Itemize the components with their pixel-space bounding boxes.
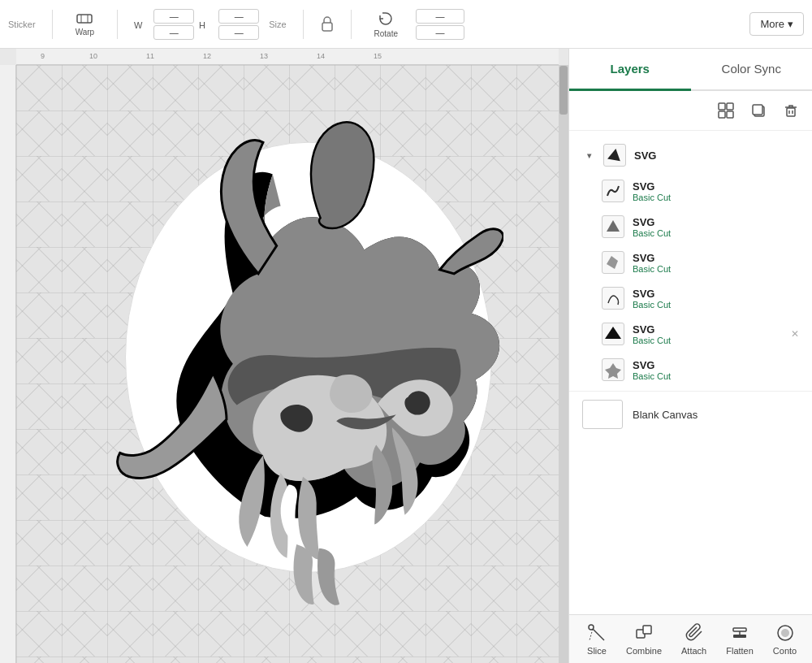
- layer-name-1: SVG: [633, 180, 671, 193]
- attach-button[interactable]: Attach: [672, 618, 716, 661]
- svg-line-18: [590, 629, 593, 640]
- bottom-toolbar: Slice Combine Attach: [569, 614, 812, 663]
- combine-button[interactable]: Combine: [616, 618, 672, 661]
- layer-thumb-2: [602, 215, 624, 238]
- layer-item-1[interactable]: SVG Basic Cut: [569, 173, 812, 209]
- layer-info-5: SVG Basic Cut: [633, 323, 671, 345]
- rotate-group: Rotate — —: [368, 6, 464, 41]
- layer-root[interactable]: ▾ SVG: [569, 137, 812, 173]
- duplicate-button[interactable]: [745, 98, 771, 124]
- sep-4: [351, 10, 352, 39]
- viking-image[interactable]: [106, 89, 503, 626]
- more-arrow: ▾: [788, 18, 793, 30]
- svg-rect-22: [733, 628, 746, 631]
- more-button[interactable]: More ▾: [749, 12, 804, 36]
- expand-icon[interactable]: ▾: [582, 149, 595, 162]
- size-label: Size: [269, 20, 286, 29]
- group-button[interactable]: [713, 98, 739, 124]
- layer-thumb-3: [602, 251, 624, 274]
- scrollbar-thumb[interactable]: [559, 66, 568, 115]
- layer-name-4: SVG: [633, 288, 671, 300]
- right-panel: Layers Color Sync: [568, 49, 812, 663]
- layer-x-5: ✕: [791, 328, 799, 340]
- layer-name-2: SVG: [633, 216, 671, 228]
- svg-rect-20: [643, 626, 651, 634]
- combine-label: Combine: [626, 646, 662, 656]
- svg-rect-8: [727, 103, 733, 110]
- combine-icon: [634, 623, 654, 643]
- layer-info-1: SVG Basic Cut: [633, 180, 671, 202]
- layer-sub-2: Basic Cut: [633, 228, 671, 238]
- layer-item-5[interactable]: SVG Basic Cut ✕: [569, 316, 812, 352]
- svg-rect-7: [719, 103, 725, 110]
- svg-rect-10: [727, 111, 733, 118]
- layer-sub-4: Basic Cut: [633, 300, 671, 310]
- layer-item-3[interactable]: SVG Basic Cut: [569, 245, 812, 280]
- layer-thumb-5: [602, 323, 624, 345]
- ruler-num-10: 10: [89, 52, 97, 60]
- blank-canvas-thumb: [582, 400, 623, 429]
- sep-3: [303, 10, 304, 39]
- layer-info-2: SVG Basic Cut: [633, 216, 671, 238]
- layer-name-3: SVG: [633, 252, 671, 264]
- layer-item-2[interactable]: SVG Basic Cut: [569, 209, 812, 245]
- layer-sub-6: Basic Cut: [633, 371, 671, 381]
- warp-button[interactable]: Warp: [69, 8, 102, 40]
- svg-rect-21: [733, 635, 746, 638]
- slice-label: Slice: [587, 646, 607, 656]
- panel-toolbar: [569, 91, 812, 131]
- layer-sub-1: Basic Cut: [633, 193, 671, 202]
- layer-name-6: SVG: [633, 359, 671, 371]
- rotate-label: Rotate: [374, 29, 398, 38]
- canvas-area[interactable]: 9 10 11 12 13 14 15: [0, 49, 568, 663]
- svg-text:W: W: [134, 20, 143, 30]
- conto-icon: [775, 623, 795, 643]
- vertical-scrollbar[interactable]: [559, 65, 568, 663]
- attach-label: Attach: [681, 646, 706, 656]
- delete-button[interactable]: [778, 98, 804, 124]
- panel-tabs: Layers Color Sync: [569, 49, 812, 91]
- layer-info-4: SVG Basic Cut: [633, 288, 671, 310]
- conto-button[interactable]: Conto: [763, 618, 806, 661]
- ruler-num-11: 11: [146, 52, 154, 60]
- layers-tree: ▾ SVG SVG Basic: [569, 131, 812, 614]
- layer-info-3: SVG Basic Cut: [633, 252, 671, 274]
- flatten-icon: [730, 623, 749, 643]
- layer-item-4[interactable]: SVG Basic Cut: [569, 280, 812, 316]
- ruler-vertical: [0, 65, 16, 663]
- lock-icon: [320, 15, 335, 33]
- flatten-button[interactable]: Flatten: [716, 618, 763, 661]
- layer-thumb-root: [603, 144, 626, 167]
- svg-text:H: H: [199, 20, 205, 30]
- sticker-label: Sticker: [8, 20, 36, 29]
- rotate-button[interactable]: Rotate: [368, 6, 404, 41]
- svg-rect-13: [787, 108, 795, 116]
- svg-rect-0: [77, 15, 92, 23]
- layer-info-6: SVG Basic Cut: [633, 359, 671, 381]
- attach-icon: [685, 623, 704, 643]
- ruler-num-12: 12: [203, 52, 211, 60]
- warp-label: Warp: [76, 28, 95, 37]
- svg-line-17: [593, 629, 604, 640]
- layer-thumb-4: [602, 287, 624, 310]
- layer-sub-5: Basic Cut: [633, 336, 671, 345]
- blank-canvas-label: Blank Canvas: [633, 409, 698, 421]
- svg-rect-9: [719, 111, 725, 118]
- tab-color-sync[interactable]: Color Sync: [691, 49, 813, 91]
- layer-item-6[interactable]: SVG Basic Cut: [569, 352, 812, 388]
- warp-group: Warp: [69, 8, 102, 40]
- slice-icon: [587, 623, 607, 643]
- svg-rect-5: [322, 23, 332, 31]
- ruler-horizontal: 9 10 11 12 13 14 15: [16, 49, 559, 65]
- layer-thumb-1: [602, 180, 624, 202]
- top-toolbar: Sticker Warp W — — H — — Size: [0, 0, 812, 49]
- conto-label: Conto: [773, 646, 797, 656]
- blank-canvas-item[interactable]: Blank Canvas: [569, 391, 812, 437]
- tab-layers[interactable]: Layers: [569, 49, 691, 91]
- sep-2: [117, 10, 118, 39]
- svg-rect-12: [753, 105, 762, 115]
- layer-sub-3: Basic Cut: [633, 264, 671, 274]
- ruler-num-15: 15: [374, 52, 382, 60]
- slice-button[interactable]: Slice: [577, 618, 616, 661]
- layer-thumb-6: [602, 358, 624, 381]
